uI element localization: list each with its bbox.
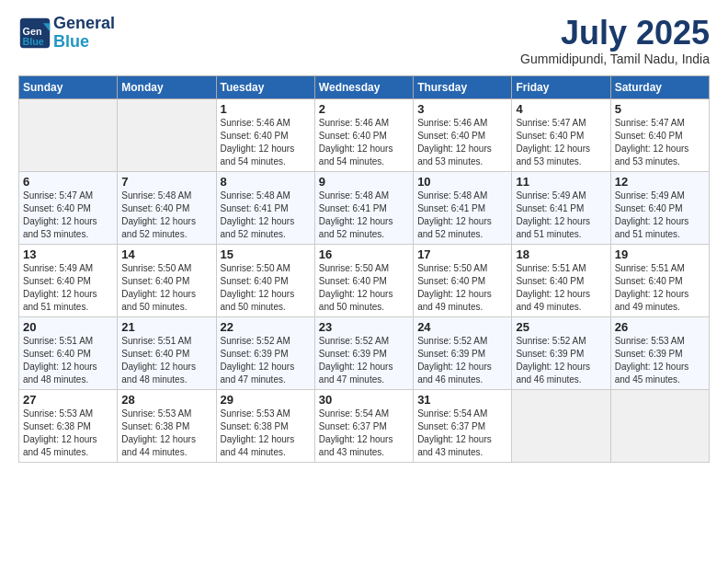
calendar-cell: 29Sunrise: 5:53 AMSunset: 6:38 PMDayligh…	[216, 389, 314, 462]
calendar-cell: 28Sunrise: 5:53 AMSunset: 6:38 PMDayligh…	[118, 389, 216, 462]
week-row-0: 1Sunrise: 5:46 AMSunset: 6:40 PMDaylight…	[19, 98, 710, 171]
day-info: Sunrise: 5:49 AMSunset: 6:41 PMDaylight:…	[516, 190, 606, 241]
day-number: 17	[417, 247, 507, 261]
calendar-table: SundayMondayTuesdayWednesdayThursdayFrid…	[18, 75, 710, 463]
calendar-cell: 30Sunrise: 5:54 AMSunset: 6:37 PMDayligh…	[314, 389, 413, 462]
day-info: Sunrise: 5:51 AMSunset: 6:40 PMDaylight:…	[516, 262, 606, 314]
week-row-1: 6Sunrise: 5:47 AMSunset: 6:40 PMDaylight…	[19, 171, 710, 244]
day-number: 16	[319, 247, 409, 261]
header: Gen Blue General Blue July 2025 Gummidip…	[18, 15, 710, 66]
day-number: 27	[23, 393, 113, 407]
day-info: Sunrise: 5:50 AMSunset: 6:40 PMDaylight:…	[221, 262, 311, 314]
day-number: 28	[121, 393, 211, 407]
day-number: 15	[221, 247, 311, 261]
day-number: 20	[23, 320, 113, 334]
day-number: 7	[121, 175, 211, 189]
svg-text:Blue: Blue	[23, 35, 44, 46]
day-info: Sunrise: 5:51 AMSunset: 6:40 PMDaylight:…	[615, 262, 705, 314]
day-info: Sunrise: 5:53 AMSunset: 6:38 PMDaylight:…	[221, 408, 311, 459]
day-info: Sunrise: 5:52 AMSunset: 6:39 PMDaylight:…	[516, 335, 606, 386]
calendar-cell: 7Sunrise: 5:48 AMSunset: 6:40 PMDaylight…	[118, 171, 216, 244]
day-number: 2	[319, 102, 409, 116]
calendar-cell: 23Sunrise: 5:52 AMSunset: 6:39 PMDayligh…	[314, 316, 413, 389]
day-info: Sunrise: 5:54 AMSunset: 6:37 PMDaylight:…	[417, 408, 507, 459]
day-info: Sunrise: 5:46 AMSunset: 6:40 PMDaylight:…	[417, 117, 507, 168]
calendar-cell: 3Sunrise: 5:46 AMSunset: 6:40 PMDaylight…	[414, 98, 512, 171]
day-info: Sunrise: 5:53 AMSunset: 6:39 PMDaylight:…	[615, 335, 705, 386]
weekday-header-friday: Friday	[512, 75, 610, 98]
calendar-cell: 25Sunrise: 5:52 AMSunset: 6:39 PMDayligh…	[512, 316, 610, 389]
calendar-cell	[610, 389, 709, 462]
calendar-cell: 2Sunrise: 5:46 AMSunset: 6:40 PMDaylight…	[314, 98, 413, 171]
calendar-cell: 17Sunrise: 5:50 AMSunset: 6:40 PMDayligh…	[414, 244, 512, 316]
week-row-4: 27Sunrise: 5:53 AMSunset: 6:38 PMDayligh…	[19, 389, 710, 462]
day-number: 1	[221, 102, 311, 116]
day-info: Sunrise: 5:54 AMSunset: 6:37 PMDaylight:…	[319, 408, 409, 459]
day-number: 8	[221, 175, 311, 189]
week-row-3: 20Sunrise: 5:51 AMSunset: 6:40 PMDayligh…	[19, 316, 710, 389]
calendar-cell	[19, 98, 118, 171]
day-number: 4	[516, 102, 606, 116]
day-info: Sunrise: 5:49 AMSunset: 6:40 PMDaylight:…	[23, 262, 113, 314]
logo-text: General Blue	[53, 15, 115, 52]
day-number: 23	[319, 320, 409, 334]
day-number: 9	[319, 175, 409, 189]
day-info: Sunrise: 5:51 AMSunset: 6:40 PMDaylight:…	[23, 335, 113, 386]
day-info: Sunrise: 5:50 AMSunset: 6:40 PMDaylight:…	[121, 262, 211, 314]
logo-icon: Gen Blue	[18, 17, 51, 50]
day-number: 31	[417, 393, 507, 407]
calendar-cell: 6Sunrise: 5:47 AMSunset: 6:40 PMDaylight…	[19, 171, 118, 244]
day-number: 18	[516, 247, 606, 261]
day-number: 11	[516, 175, 606, 189]
day-number: 21	[121, 320, 211, 334]
day-number: 5	[615, 102, 705, 116]
day-info: Sunrise: 5:46 AMSunset: 6:40 PMDaylight:…	[221, 117, 311, 168]
day-info: Sunrise: 5:52 AMSunset: 6:39 PMDaylight:…	[319, 335, 409, 386]
day-number: 30	[319, 393, 409, 407]
calendar-cell: 26Sunrise: 5:53 AMSunset: 6:39 PMDayligh…	[610, 316, 709, 389]
day-number: 12	[615, 175, 705, 189]
calendar-cell: 16Sunrise: 5:50 AMSunset: 6:40 PMDayligh…	[314, 244, 413, 316]
day-number: 25	[516, 320, 606, 334]
calendar-cell: 4Sunrise: 5:47 AMSunset: 6:40 PMDaylight…	[512, 98, 610, 171]
day-info: Sunrise: 5:52 AMSunset: 6:39 PMDaylight:…	[221, 335, 311, 386]
calendar-cell: 31Sunrise: 5:54 AMSunset: 6:37 PMDayligh…	[414, 389, 512, 462]
calendar-cell: 20Sunrise: 5:51 AMSunset: 6:40 PMDayligh…	[19, 316, 118, 389]
logo: Gen Blue General Blue	[18, 15, 115, 52]
calendar-cell	[512, 389, 610, 462]
calendar-cell: 11Sunrise: 5:49 AMSunset: 6:41 PMDayligh…	[512, 171, 610, 244]
calendar-cell: 24Sunrise: 5:52 AMSunset: 6:39 PMDayligh…	[414, 316, 512, 389]
day-info: Sunrise: 5:47 AMSunset: 6:40 PMDaylight:…	[23, 190, 113, 241]
day-info: Sunrise: 5:48 AMSunset: 6:41 PMDaylight:…	[417, 190, 507, 241]
day-number: 26	[615, 320, 705, 334]
calendar-cell: 15Sunrise: 5:50 AMSunset: 6:40 PMDayligh…	[216, 244, 314, 316]
weekday-header-saturday: Saturday	[610, 75, 709, 98]
calendar-cell: 1Sunrise: 5:46 AMSunset: 6:40 PMDaylight…	[216, 98, 314, 171]
day-number: 14	[121, 247, 211, 261]
month-title: July 2025	[520, 15, 710, 52]
location: Gummidipundi, Tamil Nadu, India	[520, 52, 710, 66]
calendar-cell: 10Sunrise: 5:48 AMSunset: 6:41 PMDayligh…	[414, 171, 512, 244]
day-info: Sunrise: 5:47 AMSunset: 6:40 PMDaylight:…	[516, 117, 606, 168]
title-block: July 2025 Gummidipundi, Tamil Nadu, Indi…	[520, 15, 710, 66]
calendar-cell: 27Sunrise: 5:53 AMSunset: 6:38 PMDayligh…	[19, 389, 118, 462]
day-info: Sunrise: 5:46 AMSunset: 6:40 PMDaylight:…	[319, 117, 409, 168]
week-row-2: 13Sunrise: 5:49 AMSunset: 6:40 PMDayligh…	[19, 244, 710, 316]
day-info: Sunrise: 5:51 AMSunset: 6:40 PMDaylight:…	[121, 335, 211, 386]
calendar-cell: 8Sunrise: 5:48 AMSunset: 6:41 PMDaylight…	[216, 171, 314, 244]
day-number: 3	[417, 102, 507, 116]
calendar-cell: 18Sunrise: 5:51 AMSunset: 6:40 PMDayligh…	[512, 244, 610, 316]
calendar-cell	[118, 98, 216, 171]
weekday-header-sunday: Sunday	[19, 75, 118, 98]
day-info: Sunrise: 5:47 AMSunset: 6:40 PMDaylight:…	[615, 117, 705, 168]
calendar-cell: 14Sunrise: 5:50 AMSunset: 6:40 PMDayligh…	[118, 244, 216, 316]
calendar-cell: 5Sunrise: 5:47 AMSunset: 6:40 PMDaylight…	[610, 98, 709, 171]
calendar-cell: 9Sunrise: 5:48 AMSunset: 6:41 PMDaylight…	[314, 171, 413, 244]
weekday-header-thursday: Thursday	[414, 75, 512, 98]
day-info: Sunrise: 5:52 AMSunset: 6:39 PMDaylight:…	[417, 335, 507, 386]
weekday-header-tuesday: Tuesday	[216, 75, 314, 98]
day-info: Sunrise: 5:50 AMSunset: 6:40 PMDaylight:…	[417, 262, 507, 314]
calendar-cell: 22Sunrise: 5:52 AMSunset: 6:39 PMDayligh…	[216, 316, 314, 389]
calendar-cell: 19Sunrise: 5:51 AMSunset: 6:40 PMDayligh…	[610, 244, 709, 316]
day-number: 6	[23, 175, 113, 189]
